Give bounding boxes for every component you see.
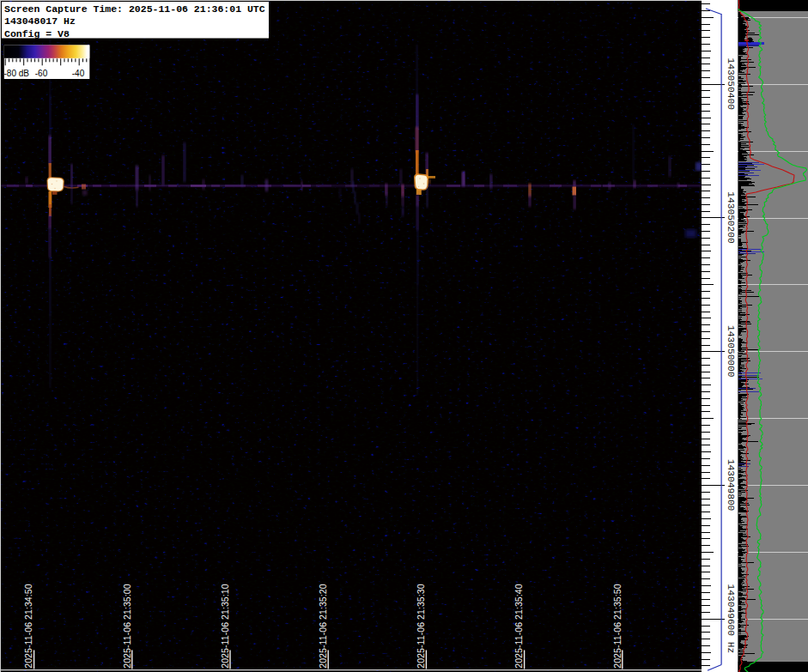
svg-text:2025-11-06 21:34:50: 2025-11-06 21:34:50 xyxy=(23,584,33,669)
svg-text:2025-11-06 21:35:00: 2025-11-06 21:35:00 xyxy=(122,584,132,669)
svg-text:2025-11-06 21:35:20: 2025-11-06 21:35:20 xyxy=(318,584,328,669)
svg-text:-40: -40 xyxy=(72,69,85,78)
svg-text:143049800: 143049800 xyxy=(726,459,736,512)
svg-text:Screen Capture Time: 2025-11-0: Screen Capture Time: 2025-11-06 21:36:01… xyxy=(4,3,265,15)
svg-text:2025-11-06 21:35:10: 2025-11-06 21:35:10 xyxy=(220,584,230,669)
svg-text:143050200: 143050200 xyxy=(726,191,736,244)
svg-text:Config = V8: Config = V8 xyxy=(4,28,70,39)
svg-text:143050400: 143050400 xyxy=(726,58,736,110)
svg-text:143048017 Hz: 143048017 Hz xyxy=(4,15,76,27)
svg-text:2025-11-06 21:35:30: 2025-11-06 21:35:30 xyxy=(416,584,426,669)
svg-text:-80 dB: -80 dB xyxy=(4,69,30,78)
svg-text:2025-11-06 21:35:40: 2025-11-06 21:35:40 xyxy=(513,584,524,669)
svg-text:143049600 Hz: 143049600 Hz xyxy=(726,584,736,654)
svg-text:-60: -60 xyxy=(35,69,48,78)
svg-text:2025-11-06 21:35:50: 2025-11-06 21:35:50 xyxy=(612,584,623,669)
svg-text:143050000: 143050000 xyxy=(726,325,736,378)
